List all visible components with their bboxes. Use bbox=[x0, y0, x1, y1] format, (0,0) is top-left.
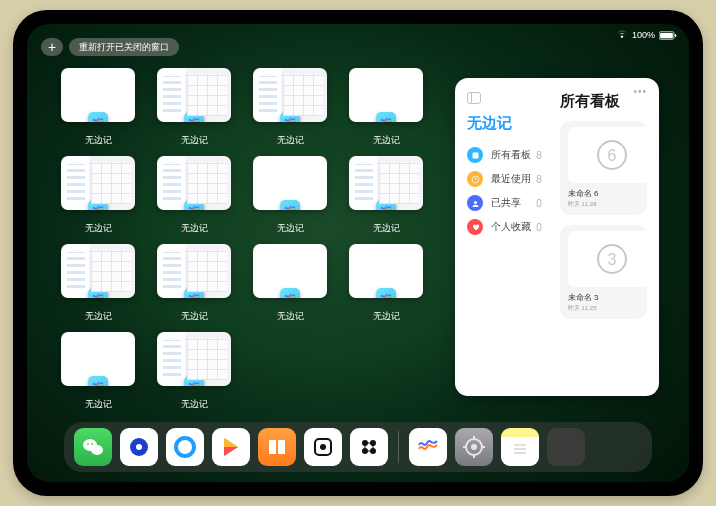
dock-app-blue2-icon[interactable] bbox=[166, 428, 204, 466]
new-window-button[interactable]: + bbox=[41, 38, 63, 56]
window-label: 无边记 bbox=[373, 310, 400, 323]
svg-point-18 bbox=[320, 444, 326, 450]
top-controls: + 重新打开已关闭的窗口 bbox=[41, 38, 179, 56]
board-preview: 6 bbox=[568, 127, 656, 183]
window-thumbnail bbox=[157, 156, 231, 210]
dock-freeform-icon[interactable] bbox=[409, 428, 447, 466]
sidebar-item[interactable]: 所有看板 8 bbox=[467, 143, 542, 167]
window-thumbnail bbox=[61, 332, 135, 386]
window-label: 无边记 bbox=[277, 222, 304, 235]
sidebar-item-count: 0 bbox=[536, 222, 542, 233]
board-card[interactable]: 3 未命名 3 昨天 11:25 bbox=[560, 225, 647, 319]
window-label: 无边记 bbox=[181, 222, 208, 235]
board-card[interactable]: 6 未命名 6 昨天 11:28 bbox=[560, 121, 647, 215]
svg-rect-2 bbox=[675, 34, 677, 37]
dock-notes-icon[interactable] bbox=[501, 428, 539, 466]
window-thumbnail bbox=[61, 156, 135, 210]
window-label: 无边记 bbox=[85, 222, 112, 235]
freeform-app-icon bbox=[184, 288, 204, 298]
freeform-app-icon bbox=[88, 288, 108, 298]
window-card[interactable]: 无边记 bbox=[345, 68, 427, 150]
window-thumbnail bbox=[349, 156, 423, 210]
freeform-app-icon bbox=[280, 112, 300, 122]
window-thumbnail bbox=[61, 68, 135, 122]
dock-settings-icon[interactable] bbox=[455, 428, 493, 466]
svg-point-5 bbox=[474, 200, 477, 203]
svg-rect-3 bbox=[472, 152, 478, 158]
freeform-app-icon bbox=[280, 200, 300, 210]
freeform-app-icon bbox=[280, 288, 300, 298]
window-label: 无边记 bbox=[181, 310, 208, 323]
svg-point-13 bbox=[91, 443, 93, 445]
panel-more-icon: ••• bbox=[633, 86, 647, 97]
svg-point-12 bbox=[87, 443, 89, 445]
window-card[interactable]: 无边记 bbox=[249, 68, 331, 150]
window-card[interactable]: 无边记 bbox=[57, 244, 139, 326]
sidebar-item-label: 所有看板 bbox=[491, 148, 531, 162]
sidebar-item[interactable]: 个人收藏 0 bbox=[467, 215, 542, 239]
ipad-frame: 100% + 重新打开已关闭的窗口 无边记无边记无边记无边记无边记无边记无边记无… bbox=[13, 10, 703, 496]
svg-point-16 bbox=[176, 438, 194, 456]
sidebar-item-count: 0 bbox=[536, 198, 542, 209]
panel-sidebar: 无边记 所有看板 8 最近使用 8 已共享 0 个人收藏 0 bbox=[467, 92, 550, 382]
window-card[interactable]: 无边记 bbox=[249, 244, 331, 326]
sidebar-item-icon bbox=[467, 171, 483, 187]
board-preview: 3 bbox=[568, 231, 656, 287]
window-card[interactable]: 无边记 bbox=[57, 68, 139, 150]
window-label: 无边记 bbox=[373, 222, 400, 235]
board-time: 昨天 11:25 bbox=[568, 304, 639, 313]
sidebar-toggle-icon bbox=[467, 92, 481, 104]
window-thumbnail bbox=[157, 332, 231, 386]
window-card[interactable]: 无边记 bbox=[345, 244, 427, 326]
sidebar-item-count: 8 bbox=[536, 174, 542, 185]
sidebar-item[interactable]: 已共享 0 bbox=[467, 191, 542, 215]
window-card[interactable]: 无边记 bbox=[345, 156, 427, 238]
window-grid: 无边记无边记无边记无边记无边记无边记无边记无边记无边记无边记无边记无边记无边记无… bbox=[57, 68, 437, 412]
dock-wechat-icon[interactable] bbox=[74, 428, 112, 466]
freeform-app-icon bbox=[184, 200, 204, 210]
window-card[interactable]: 无边记 bbox=[57, 156, 139, 238]
battery-icon bbox=[659, 31, 677, 40]
freeform-preview-panel[interactable]: ••• 无边记 所有看板 8 最近使用 8 已共享 0 个人收藏 0 所有看板 … bbox=[455, 78, 659, 396]
dock-app-library-icon[interactable] bbox=[547, 428, 585, 466]
window-card[interactable]: 无边记 bbox=[249, 156, 331, 238]
window-card[interactable]: 无边记 bbox=[57, 332, 139, 414]
window-card[interactable]: 无边记 bbox=[153, 332, 235, 414]
freeform-app-icon bbox=[88, 112, 108, 122]
dock-app-blue1-icon[interactable] bbox=[120, 428, 158, 466]
dock bbox=[64, 422, 652, 472]
window-label: 无边记 bbox=[85, 310, 112, 323]
window-thumbnail bbox=[349, 68, 423, 122]
svg-point-11 bbox=[91, 445, 103, 455]
freeform-app-icon bbox=[184, 376, 204, 386]
window-thumbnail bbox=[349, 244, 423, 298]
wifi-icon bbox=[616, 30, 628, 40]
window-card[interactable]: 无边记 bbox=[153, 244, 235, 326]
window-label: 无边记 bbox=[277, 134, 304, 147]
dock-dice-icon[interactable] bbox=[304, 428, 342, 466]
dock-music-icon[interactable] bbox=[350, 428, 388, 466]
window-card[interactable]: 无边记 bbox=[153, 156, 235, 238]
sidebar-item-label: 最近使用 bbox=[491, 172, 531, 186]
window-label: 无边记 bbox=[85, 134, 112, 147]
freeform-app-icon bbox=[376, 288, 396, 298]
ipad-screen: 100% + 重新打开已关闭的窗口 无边记无边记无边记无边记无边记无边记无边记无… bbox=[27, 24, 689, 482]
window-thumbnail bbox=[61, 244, 135, 298]
board-time: 昨天 11:28 bbox=[568, 200, 639, 209]
board-name: 未命名 3 bbox=[568, 292, 639, 303]
window-card[interactable]: 无边记 bbox=[153, 68, 235, 150]
freeform-app-icon bbox=[88, 376, 108, 386]
dock-books-icon[interactable] bbox=[258, 428, 296, 466]
sidebar-item[interactable]: 最近使用 8 bbox=[467, 167, 542, 191]
svg-point-15 bbox=[136, 444, 142, 450]
freeform-app-icon bbox=[376, 112, 396, 122]
sidebar-item-icon bbox=[467, 195, 483, 211]
window-label: 无边记 bbox=[85, 398, 112, 411]
svg-point-24 bbox=[471, 444, 477, 450]
dock-play-icon[interactable] bbox=[212, 428, 250, 466]
window-thumbnail bbox=[157, 244, 231, 298]
sidebar-item-label: 已共享 bbox=[491, 196, 521, 210]
window-thumbnail bbox=[253, 68, 327, 122]
freeform-app-icon bbox=[88, 200, 108, 210]
reopen-closed-window-button[interactable]: 重新打开已关闭的窗口 bbox=[69, 38, 179, 56]
